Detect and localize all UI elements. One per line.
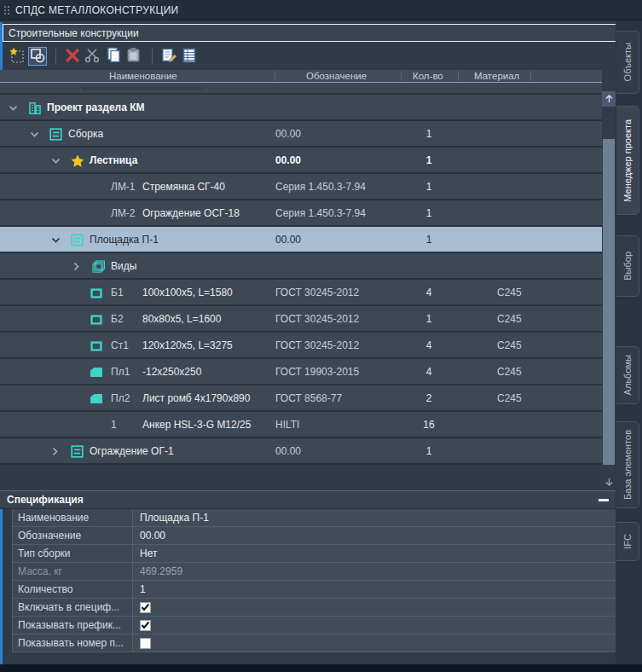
column-header-material[interactable]: Материал [474,71,519,81]
tab-label: Выбор [622,252,633,281]
profile-icon [90,333,102,359]
row-designation: ГОСТ 19903-2015 [275,359,359,385]
tab-объекты[interactable]: Объекты [616,31,639,94]
clipped-scrolled-row [0,83,602,95]
property-row[interactable]: Количество1 [13,581,616,599]
property-row[interactable]: Показывать номер п... [13,634,616,652]
panel-titlebar[interactable]: СПДС МЕТАЛЛОКОНСТРУКЦИИ [0,0,642,20]
column-header-qty[interactable]: Кол-во [413,71,443,81]
tab-label: IFC [622,534,633,549]
row-qty: 1 [401,174,457,200]
row-name: 120x120x5, L=3275 [142,333,233,359]
tree-row[interactable]: Сборка00.001 [0,121,602,148]
checkbox-unchecked[interactable] [140,638,151,649]
chevron-expanded-icon[interactable] [51,227,61,253]
row-qty: 16 [401,412,457,438]
scroll-down-button[interactable] [602,475,616,489]
property-value[interactable]: Площадка П-1 [133,509,616,526]
toolbar-separator [152,49,153,64]
property-value[interactable] [133,599,616,616]
row-name: Сборка [68,121,103,148]
specification-panel-title: Спецификация [7,494,599,506]
checkbox-checked[interactable] [140,620,151,631]
checkbox-checked[interactable] [140,602,151,613]
tab-label: База элементов [622,430,633,500]
scrollbar-thumb[interactable] [603,139,615,465]
property-row[interactable]: Обозначение00.00 [13,527,616,545]
tree-row[interactable]: ЛМ-2Ограждение ОСГ-18Серия 1.450.3-7.941 [0,200,602,227]
property-value[interactable] [133,634,616,652]
drag-grip-icon[interactable] [3,4,10,16]
tree-row[interactable]: Проект раздела КМ [0,95,602,121]
copy-button[interactable] [104,47,123,66]
property-label: Обозначение [13,527,133,544]
property-value[interactable] [133,617,616,634]
paste-button[interactable] [124,47,143,66]
row-qty: 1 [401,438,457,465]
new-object-icon [9,47,26,67]
tree-row[interactable]: Пл1-12x250x250ГОСТ 19903-20154С245 [0,359,602,385]
new-object-button[interactable] [8,47,26,66]
row-designator: Б2 [111,306,124,333]
edit-specification-button[interactable] [159,47,178,66]
tab-выбор[interactable]: Выбор [616,235,639,297]
column-divider [275,72,275,81]
chevron-collapsed-icon[interactable] [51,438,59,465]
chevron-expanded-icon[interactable] [9,95,18,121]
tree-row[interactable]: Пл2Лист ромб 4х1790х890ГОСТ 8568-772С245 [0,385,602,412]
chevron-collapsed-icon[interactable] [72,253,80,280]
tree-row[interactable]: Ограждение ОГ-100.001 [0,438,602,465]
tab-альбомы[interactable]: Альбомы [616,346,639,404]
star-icon [71,148,84,174]
property-row[interactable]: Включать в специф... [13,599,616,617]
project-icon [28,95,42,121]
row-qty: 4 [401,280,457,306]
property-row[interactable]: Масса, кг469.2959 [13,563,616,581]
cut-button[interactable] [84,47,102,66]
row-name: Виды [111,253,136,280]
row-designation: HILTI [275,412,299,438]
tab-менеджер-проекта[interactable]: Менеджер проекта [616,106,639,215]
property-value[interactable]: Нет [133,545,616,562]
row-designation: Серия 1.450.3-7.94 [275,174,366,200]
section-combobox[interactable]: Строительные конструкции [3,24,637,42]
specification-table-button[interactable] [180,47,199,66]
tree-row[interactable]: 1Анкер HSL-3-G M12/25HILTI16 [0,412,602,438]
property-value[interactable]: 1 [133,581,616,598]
tree-row[interactable]: Площадка П-100.001 [0,227,602,253]
collapse-panel-button[interactable] [599,499,609,501]
property-row[interactable]: НаименованиеПлощадка П-1 [13,509,616,527]
property-value[interactable]: 00.00 [133,527,616,544]
column-header-name[interactable]: Наименование [109,71,177,81]
bottom-strip [0,664,642,672]
specification-panel: Спецификация НаименованиеПлощадка П-1Обо… [0,490,616,652]
side-tabstrip: ОбъектыМенеджер проектаВыборАльбомыБаза … [616,20,642,664]
create-assembly-button[interactable] [28,47,47,66]
row-designation: ГОСТ 30245-2012 [275,306,359,333]
tree-scrollbar[interactable] [602,83,616,490]
property-row[interactable]: Показывать префик... [13,617,616,634]
row-name: 100x100x5, L=1580 [142,280,233,306]
row-material: С245 [497,306,522,333]
specification-panel-header[interactable]: Спецификация [0,490,616,509]
tab-ifc[interactable]: IFC [616,522,639,561]
tree-row[interactable]: Лестница00.001 [0,148,602,174]
row-designator: ЛМ-2 [111,200,136,227]
scroll-up-button[interactable] [602,91,616,107]
tree-row[interactable]: Виды [0,253,602,280]
delete-icon [65,48,80,66]
tree-row[interactable]: Б1100x100x5, L=1580ГОСТ 30245-20124С245 [0,280,602,306]
chevron-expanded-icon[interactable] [51,148,61,174]
tree-row[interactable]: Б280x80x5, L=1600ГОСТ 30245-20121С245 [0,306,602,333]
chevron-expanded-icon[interactable] [30,121,39,148]
tree-row[interactable]: ЛМ-1Стремянка СГ-40Серия 1.450.3-7.941 [0,174,602,200]
tab-база-элементов[interactable]: База элементов [616,421,639,508]
row-name: Ограждение ОСГ-18 [142,200,240,227]
tree-row[interactable]: Ст1120x120x5, L=3275ГОСТ 30245-20124С245 [0,333,602,359]
property-row[interactable]: Тип сборкиНет [13,545,616,563]
column-header-designation[interactable]: Обозначение [306,71,367,81]
delete-button[interactable] [63,47,82,66]
row-name: Стремянка СГ-40 [142,174,225,200]
plate-icon [90,359,102,385]
toolbar [0,44,616,68]
